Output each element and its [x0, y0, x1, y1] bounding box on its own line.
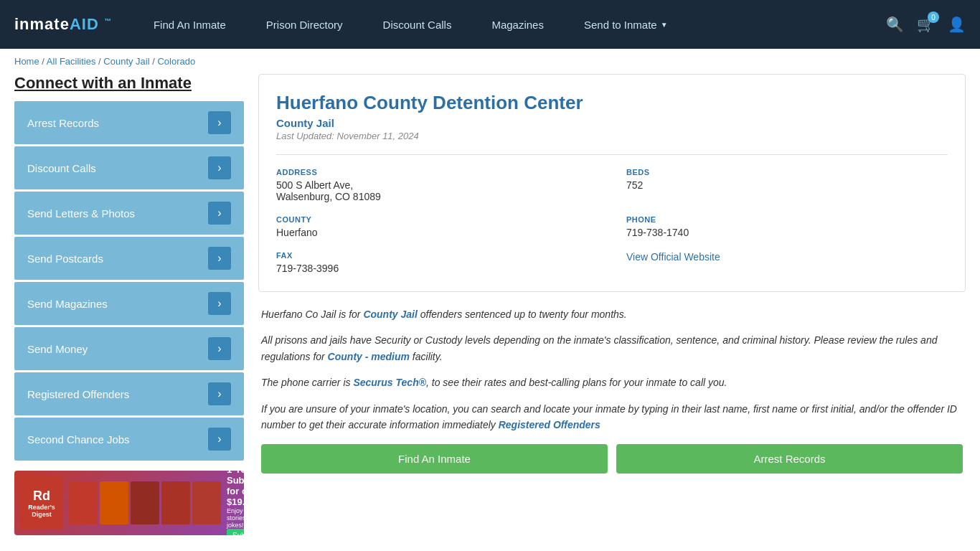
- ad-content: Rd Reader's Digest 1-Year Subscription f…: [14, 471, 244, 535]
- address-block: ADDRESS 500 S Albert Ave, Walsenburg, CO…: [276, 168, 598, 202]
- beds-value: 752: [626, 179, 948, 191]
- logo[interactable]: inmateAID ™: [14, 15, 112, 34]
- address-label: ADDRESS: [276, 168, 598, 176]
- chevron-right-icon: ›: [208, 247, 231, 270]
- chevron-right-icon: ›: [208, 292, 231, 315]
- ad-book: [192, 481, 221, 524]
- nav-send-to-inmate[interactable]: Send to Inmate ▼: [564, 0, 688, 49]
- website-link[interactable]: View Official Website: [626, 251, 720, 263]
- subscribe-button[interactable]: Subscribe Now: [227, 529, 244, 536]
- breadcrumb-home[interactable]: Home: [14, 56, 39, 67]
- ad-text: 1-Year Subscription for only $19.98 Enjo…: [227, 471, 244, 535]
- county-label: COUNTY: [276, 215, 598, 224]
- cart-badge: 0: [928, 11, 939, 23]
- ad-book: [100, 481, 128, 524]
- beds-block: BEDS 752: [626, 168, 948, 202]
- fax-value: 719-738-3996: [276, 263, 598, 274]
- nav-find-inmate[interactable]: Find An Inmate: [133, 0, 246, 49]
- county-medium-link[interactable]: County - medium: [328, 351, 410, 362]
- main-layout: Connect with an Inmate Arrest Records › …: [0, 74, 980, 550]
- nav-discount-calls[interactable]: Discount Calls: [363, 0, 472, 49]
- sidebar-title: Connect with an Inmate: [14, 74, 244, 93]
- phone-block: PHONE 719-738-1740: [626, 215, 948, 238]
- search-icon[interactable]: 🔍: [886, 16, 904, 33]
- ad-book: [161, 481, 190, 524]
- facility-type: County Jail: [276, 117, 948, 129]
- ad-logo: Rd Reader's Digest: [20, 476, 63, 529]
- ad-tagline: Enjoy the BEST stories, advice & jokes!: [227, 507, 244, 529]
- website-block: View Official Website: [626, 251, 948, 274]
- header-icons: 🔍 🛒 0 👤: [886, 16, 966, 33]
- arrest-records-button[interactable]: Arrest Records: [616, 444, 963, 474]
- breadcrumb-state[interactable]: Colorado: [157, 56, 195, 67]
- address-value: 500 S Albert Ave, Walsenburg, CO 81089: [276, 179, 598, 202]
- main-content: Huerfano County Detention Center County …: [258, 74, 966, 535]
- sidebar-item-discount-calls[interactable]: Discount Calls ›: [14, 146, 244, 189]
- county-value: Huerfano: [276, 227, 598, 238]
- chevron-right-icon: ›: [208, 156, 231, 179]
- description: Huerfano Co Jail is for County Jail offe…: [258, 306, 966, 474]
- sidebar-item-second-chance-jobs[interactable]: Second Chance Jobs ›: [14, 418, 244, 461]
- cart-icon[interactable]: 🛒 0: [917, 16, 935, 33]
- desc-para-1: Huerfano Co Jail is for County Jail offe…: [261, 306, 963, 322]
- sidebar-menu: Arrest Records › Discount Calls › Send L…: [14, 101, 244, 461]
- fax-block: FAX 719-738-3996: [276, 251, 598, 274]
- sidebar-item-registered-offenders[interactable]: Registered Offenders ›: [14, 372, 244, 415]
- desc-para-2: All prisons and jails have Security or C…: [261, 332, 963, 364]
- phone-value: 719-738-1740: [626, 227, 948, 238]
- find-inmate-button[interactable]: Find An Inmate: [261, 444, 608, 474]
- logo-text: inmateAID ™: [14, 15, 112, 34]
- ad-books: [69, 481, 221, 524]
- sidebar-item-send-letters[interactable]: Send Letters & Photos ›: [14, 192, 244, 235]
- nav-prison-directory[interactable]: Prison Directory: [246, 0, 363, 49]
- facility-details: ADDRESS 500 S Albert Ave, Walsenburg, CO…: [276, 168, 948, 274]
- breadcrumb-county-jail[interactable]: County Jail: [103, 56, 149, 67]
- chevron-right-icon: ›: [208, 202, 231, 225]
- fax-label: FAX: [276, 251, 598, 260]
- chevron-right-icon: ›: [208, 428, 231, 451]
- sidebar-item-arrest-records[interactable]: Arrest Records ›: [14, 101, 244, 144]
- breadcrumb: Home / All Facilities / County Jail / Co…: [0, 49, 980, 74]
- facility-card: Huerfano County Detention Center County …: [258, 74, 966, 292]
- securus-tech-link[interactable]: Securus Tech®: [353, 377, 426, 388]
- chevron-right-icon: ›: [208, 337, 231, 360]
- nav-magazines[interactable]: Magazines: [471, 0, 564, 49]
- beds-label: BEDS: [626, 168, 948, 176]
- chevron-right-icon: ›: [208, 382, 231, 405]
- ad-book: [69, 481, 98, 524]
- county-jail-link[interactable]: County Jail: [363, 309, 417, 320]
- chevron-right-icon: ›: [208, 111, 231, 134]
- facility-updated: Last Updated: November 11, 2024: [276, 131, 948, 141]
- bottom-buttons: Find An Inmate Arrest Records: [261, 444, 963, 474]
- registered-offenders-link[interactable]: Registered Offenders: [499, 419, 600, 430]
- sidebar-item-send-postcards[interactable]: Send Postcards ›: [14, 237, 244, 280]
- phone-label: PHONE: [626, 215, 948, 224]
- breadcrumb-all-facilities[interactable]: All Facilities: [47, 56, 96, 67]
- sidebar-item-send-magazines[interactable]: Send Magazines ›: [14, 282, 244, 325]
- facility-divider: [276, 154, 948, 155]
- main-nav: Find An Inmate Prison Directory Discount…: [133, 0, 886, 49]
- desc-para-4: If you are unsure of your inmate's locat…: [261, 401, 963, 433]
- desc-para-3: The phone carrier is Securus Tech®, to s…: [261, 375, 963, 390]
- facility-name: Huerfano County Detention Center: [276, 92, 948, 114]
- ad-price: 1-Year Subscription for only $19.98: [227, 471, 244, 507]
- sidebar-item-send-money[interactable]: Send Money ›: [14, 327, 244, 370]
- header: inmateAID ™ Find An Inmate Prison Direct…: [0, 0, 980, 49]
- dropdown-arrow-icon: ▼: [661, 21, 668, 29]
- ad-book: [131, 481, 159, 524]
- sidebar-ad[interactable]: Rd Reader's Digest 1-Year Subscription f…: [14, 471, 244, 535]
- user-icon[interactable]: 👤: [948, 16, 966, 33]
- sidebar: Connect with an Inmate Arrest Records › …: [14, 74, 244, 535]
- county-block: COUNTY Huerfano: [276, 215, 598, 238]
